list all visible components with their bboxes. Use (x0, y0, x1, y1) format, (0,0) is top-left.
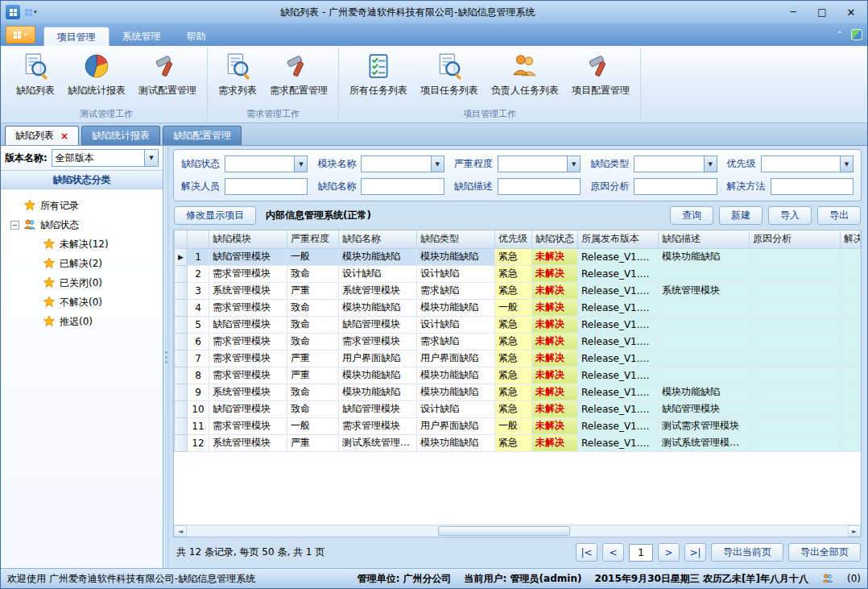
grid-cell[interactable]: 需求管理模块 (209, 367, 287, 384)
scroll-left-icon[interactable]: ◄ (174, 525, 187, 537)
grid-cell[interactable]: Release_V1.0.0 (578, 400, 659, 417)
collapse-ribbon-icon[interactable]: ⌃ (837, 31, 843, 39)
tree-item[interactable]: 推迟(0) (2, 312, 161, 331)
grid-cell[interactable]: 缺陷管理模块 (209, 248, 287, 265)
grid-cell[interactable]: 紧急 (495, 265, 532, 282)
ribbon-button[interactable]: 所有任务列表 (343, 48, 414, 108)
grid-cell[interactable]: Release_V1.1.0 (578, 333, 659, 350)
grid-cell[interactable]: 需求管理模块 (209, 417, 287, 434)
ribbon-button[interactable]: 需求配置管理 (263, 48, 334, 108)
filter-input[interactable] (498, 178, 581, 195)
row-selector-cell[interactable] (175, 350, 188, 367)
tree-item[interactable]: 未解决(12) (2, 234, 161, 254)
filter-input[interactable] (634, 178, 717, 195)
grid-cell[interactable]: 一般 (287, 417, 339, 434)
grid-cell[interactable]: 模块功能缺陷 (417, 434, 495, 451)
grid-cell[interactable]: 紧急 (495, 384, 532, 400)
grid-cell[interactable]: 未解决 (532, 333, 578, 350)
grid-cell[interactable]: 系统管理模块 (659, 282, 750, 299)
grid-cell[interactable] (841, 282, 861, 299)
tree-item[interactable]: 所有记录 (2, 196, 161, 215)
menu-tab[interactable]: 系统管理 (110, 27, 174, 46)
grid-cell[interactable] (841, 400, 861, 417)
column-header[interactable]: 缺陷状态 (532, 230, 578, 248)
grid-cell[interactable] (841, 367, 861, 384)
grid-cell[interactable]: 紧急 (495, 248, 532, 265)
grid-cell[interactable]: 缺陷管理模块 (339, 316, 417, 333)
grid-cell[interactable]: 模块功能缺陷 (417, 299, 495, 316)
grid-cell[interactable]: Release_V1.2.0 (578, 265, 659, 282)
grid-cell[interactable]: 需求管理模块 (209, 265, 287, 282)
grid-cell[interactable]: 测试系统管理模块... (659, 434, 750, 451)
grid-cell[interactable] (750, 282, 841, 299)
column-header[interactable]: 缺陷名称 (339, 230, 417, 248)
column-header[interactable]: 原因分析 (750, 230, 841, 248)
grid-cell[interactable]: 紧急 (495, 350, 532, 367)
close-button[interactable]: ✕ (837, 2, 866, 22)
grid-cell[interactable]: Release_V1.0.0 (578, 350, 659, 367)
grid-cell[interactable]: 未解决 (532, 316, 578, 333)
grid-cell[interactable]: 未解决 (532, 417, 578, 434)
table-row[interactable]: 4需求管理模块致命模块功能缺陷模块功能缺陷一般未解决Release_V1.0.0 (175, 299, 861, 316)
grid-cell[interactable]: 设计缺陷 (417, 265, 495, 282)
grid-cell[interactable] (841, 384, 861, 400)
export-all-pages-button[interactable]: 导出全部页 (788, 543, 861, 562)
grid-cell[interactable] (750, 248, 841, 265)
row-selector-cell[interactable] (175, 417, 188, 434)
table-row[interactable]: 9系统管理模块致命模块功能缺陷模块功能缺陷紧急未解决Release_V1.0.0… (175, 384, 861, 400)
table-row[interactable]: 8需求管理模块严重模块功能缺陷模块功能缺陷紧急未解决Release_V1.0.0 (175, 367, 861, 384)
scroll-right-icon[interactable]: ► (848, 525, 861, 537)
grid-cell[interactable] (659, 333, 750, 350)
app-logo-icon[interactable] (6, 5, 20, 19)
row-selector-cell[interactable] (175, 333, 188, 350)
app-menu-button[interactable]: ▾ (6, 26, 35, 44)
grid-cell[interactable]: 致命 (287, 384, 339, 400)
ribbon-button[interactable]: 缺陷统计报表 (61, 48, 132, 108)
grid-cell[interactable]: 模块功能缺陷 (339, 299, 417, 316)
grid-cell[interactable]: 设计缺陷 (339, 265, 417, 282)
grid-cell[interactable]: 一般 (495, 417, 532, 434)
grid-cell[interactable] (841, 316, 861, 333)
grid-cell[interactable] (750, 350, 841, 367)
grid-cell[interactable]: 用户界面缺陷 (339, 350, 417, 367)
grid-cell[interactable]: 设计缺陷 (417, 400, 495, 417)
menu-tab[interactable]: 帮助 (174, 27, 219, 46)
grid-cell[interactable]: 模块功能缺陷 (417, 248, 495, 265)
grid-cell[interactable]: 紧急 (495, 282, 532, 299)
grid-cell[interactable] (750, 316, 841, 333)
grid-cell[interactable]: 模块功能缺陷 (339, 367, 417, 384)
dropdown-arrow-icon[interactable]: ▼ (704, 156, 717, 172)
grid-cell[interactable]: 未解决 (532, 248, 578, 265)
grid-cell[interactable]: Release_V1.0.0 (578, 384, 659, 400)
modify-columns-button[interactable]: 修改显示项目 (174, 206, 256, 225)
page-number-input[interactable] (629, 544, 653, 562)
grid-cell[interactable]: 未解决 (532, 400, 578, 417)
grid-cell[interactable] (659, 316, 750, 333)
version-select[interactable]: 全部版本 ▼ (52, 149, 159, 167)
grid-cell[interactable] (659, 265, 750, 282)
grid-cell[interactable]: 需求管理模块 (209, 299, 287, 316)
grid-cell[interactable]: 需求管理模块 (339, 417, 417, 434)
document-tab[interactable]: 缺陷列表× (5, 126, 79, 145)
grid-cell[interactable] (841, 265, 861, 282)
export-button[interactable]: 导出 (817, 206, 861, 225)
grid-cell[interactable]: Release_V1.0.0 (578, 316, 659, 333)
grid-cell[interactable] (750, 333, 841, 350)
last-page-button[interactable]: >| (684, 543, 706, 562)
column-header[interactable]: 所属发布版本 (578, 230, 659, 248)
table-row[interactable]: 10缺陷管理模块致命缺陷管理模块设计缺陷紧急未解决Release_V1.0.0缺… (175, 400, 861, 417)
grid-cell[interactable]: 严重 (287, 434, 339, 451)
row-selector-cell[interactable] (175, 400, 188, 417)
filter-input[interactable] (771, 178, 854, 195)
column-header[interactable]: 严重程度 (287, 230, 339, 248)
column-header[interactable]: 缺陷模块 (209, 230, 287, 248)
grid-cell[interactable]: 紧急 (495, 333, 532, 350)
ribbon-button[interactable]: 需求列表 (212, 48, 263, 108)
column-header[interactable]: 缺陷类型 (417, 230, 495, 248)
grid-cell[interactable]: 缺陷管理模块 (209, 316, 287, 333)
import-button[interactable]: 导入 (768, 206, 812, 225)
grid-cell[interactable] (841, 434, 861, 451)
column-header[interactable]: 优先级 (495, 230, 532, 248)
grid-cell[interactable]: 缺陷管理模块 (659, 400, 750, 417)
grid-cell[interactable]: 未解决 (532, 350, 578, 367)
